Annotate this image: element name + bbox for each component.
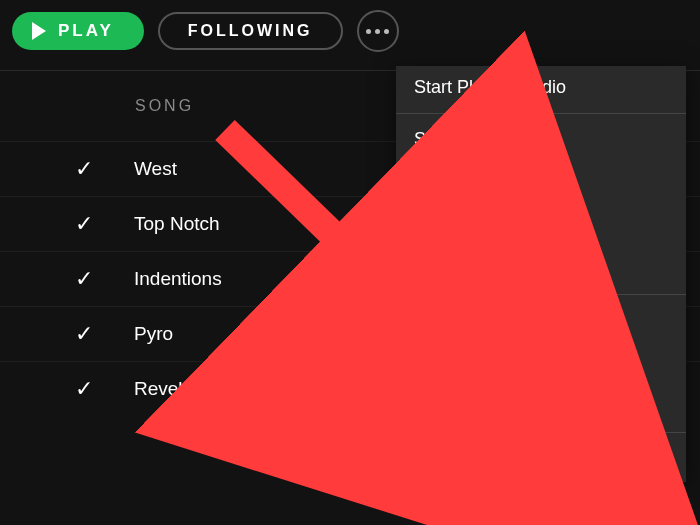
play-button[interactable]: PLAY xyxy=(12,12,144,50)
menu-item-copy-playlist-link[interactable]: Copy Playlist Link xyxy=(396,161,686,204)
ellipsis-icon xyxy=(375,29,380,34)
ellipsis-icon xyxy=(384,29,389,34)
play-button-label: PLAY xyxy=(58,21,114,41)
column-song: SONG xyxy=(135,97,194,115)
menu-separator xyxy=(396,113,686,114)
menu-item-start-playlist-radio[interactable]: Start Playlist Radio xyxy=(396,66,686,109)
following-button[interactable]: FOLLOWING xyxy=(158,12,343,50)
menu-item-copy-spotify-uri[interactable]: Copy Spotify URI xyxy=(396,204,686,247)
track-title: Revelry xyxy=(134,378,198,400)
track-title: Indentions xyxy=(134,268,222,290)
menu-item-available-offline[interactable]: Available Offline xyxy=(396,437,686,480)
context-menu: Start Playlist Radio Share... Copy Playl… xyxy=(396,66,686,482)
check-icon: ✓ xyxy=(70,211,98,237)
track-title: West xyxy=(134,158,177,180)
menu-item-make-public: Make Public xyxy=(396,342,686,385)
check-icon: ✓ xyxy=(70,266,98,292)
check-icon: ✓ xyxy=(70,156,98,182)
menu-item-collaborative-playlist: Collaborative Playlist xyxy=(396,299,686,342)
menu-separator xyxy=(396,294,686,295)
more-options-button[interactable] xyxy=(357,10,399,52)
track-title: Top Notch xyxy=(134,213,220,235)
ellipsis-icon xyxy=(366,29,371,34)
menu-item-unfollow[interactable]: Unfollow xyxy=(396,385,686,428)
menu-separator xyxy=(396,432,686,433)
menu-item-share[interactable]: Share... xyxy=(396,118,686,161)
check-icon: ✓ xyxy=(70,376,98,402)
menu-item-copy-embed-code[interactable]: Copy Embed Code xyxy=(396,247,686,290)
track-title: Pyro xyxy=(134,323,173,345)
playlist-toolbar: PLAY FOLLOWING xyxy=(0,0,700,70)
play-icon xyxy=(32,22,46,40)
check-icon: ✓ xyxy=(70,321,98,347)
